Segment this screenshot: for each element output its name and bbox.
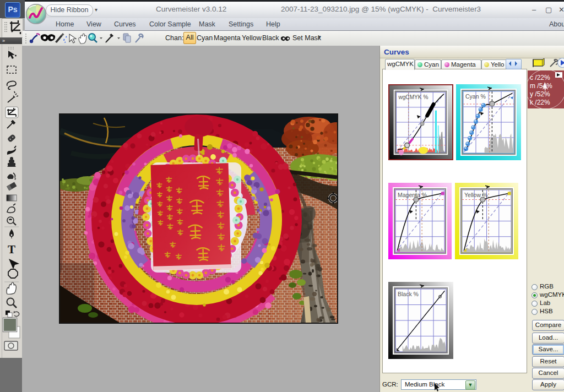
svg-text:c /22%: c /22% xyxy=(530,74,550,81)
svg-text:m /54%: m /54% xyxy=(530,82,552,90)
svg-text:Magenta %: Magenta % xyxy=(398,192,427,198)
svg-text:T: T xyxy=(8,243,15,256)
svg-text:y /52%: y /52% xyxy=(530,90,550,98)
svg-text:Black %: Black % xyxy=(398,291,419,297)
svg-text:wgCMYK %: wgCMYK % xyxy=(398,94,428,100)
svg-text:Yellow %: Yellow % xyxy=(464,192,487,198)
svg-text:Cyan %: Cyan % xyxy=(465,93,486,100)
svg-text:k /22%: k /22% xyxy=(530,99,550,106)
